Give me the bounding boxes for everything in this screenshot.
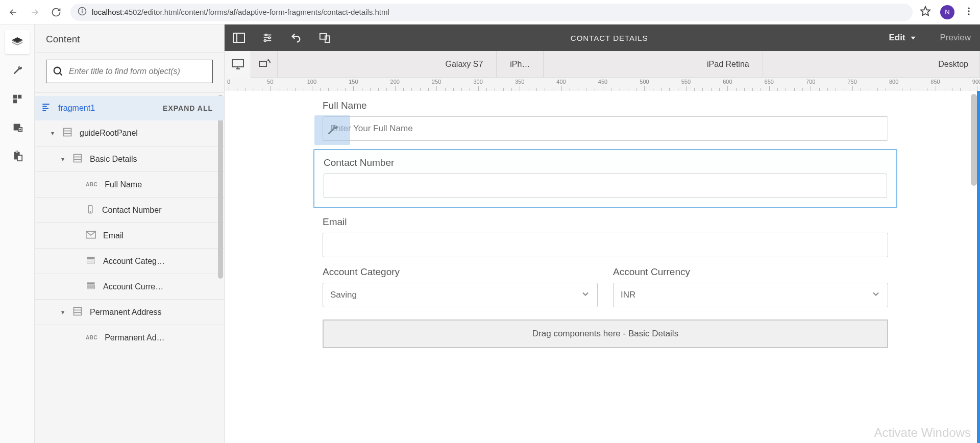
fragment-icon [41,102,51,114]
rotate-device-icon[interactable] [251,51,278,78]
svg-rect-40 [87,287,95,289]
field-email[interactable]: Email [323,216,888,257]
field-contact-number-selected[interactable]: Contact Number [313,149,897,208]
svg-point-51 [264,40,266,42]
emulator-icon[interactable] [310,24,339,51]
sliders-icon[interactable] [253,24,282,51]
field-account-category[interactable]: Account Category [323,266,598,307]
device-ipad[interactable]: iPad Retina [544,51,763,77]
star-icon[interactable] [920,6,931,19]
svg-marker-3 [921,6,930,15]
dropdown-icon [86,255,96,267]
svg-line-21 [60,73,62,76]
windows-watermark: Activate Windows [874,426,971,440]
tree-account-currency[interactable]: Account Curre… [35,274,224,299]
forward-button[interactable] [28,5,42,19]
browser-bar: localhost:4502/editor.html/content/forms… [0,0,980,24]
canvas-scrollbar[interactable] [971,94,977,186]
dropzone-basic-details[interactable]: Drag components here - Basic Details [323,319,888,348]
mode-edit-dropdown[interactable]: Edit [879,24,930,51]
svg-point-20 [54,67,61,74]
expand-all-button[interactable]: EXPAND ALL [163,104,213,112]
tree-label: Permanent Address [90,308,162,317]
site-info-icon[interactable] [78,7,87,17]
account-category-label: Account Category [323,266,598,278]
svg-rect-10 [13,95,16,99]
tree-full-name[interactable]: ABC Full Name [35,171,224,197]
search-icon [53,66,64,77]
email-input[interactable] [323,233,888,257]
url-text: localhost:4502/editor.html/content/forms… [92,8,389,16]
svg-rect-26 [64,129,71,136]
tree-label: guideRootPanel [80,129,138,138]
svg-rect-36 [87,260,95,261]
rail-paste-icon[interactable] [5,144,30,168]
component-config-overlay[interactable] [314,115,350,145]
url-bar[interactable]: localhost:4502/editor.html/content/forms… [70,4,913,21]
svg-point-33 [90,211,91,212]
account-currency-select[interactable] [613,283,888,307]
undo-icon[interactable] [282,24,310,51]
chevron-down-icon[interactable]: ▾ [58,309,67,316]
tree-email[interactable]: Email [35,223,224,248]
mode-preview[interactable]: Preview [931,24,980,51]
reload-button[interactable] [49,5,63,19]
tree-label: Account Curre… [103,282,163,291]
rail-content-icon[interactable] [5,30,30,54]
tree-account-category[interactable]: Account Categ… [35,248,224,274]
tree-label: Email [103,231,124,240]
sidebar-title: Content [35,24,224,53]
tree-basic-details[interactable]: ▾ Basic Details [35,146,224,171]
editor-main: CONTACT DETAILS Edit Preview Galaxy S7 i… [225,24,980,443]
tree-contact-number[interactable]: Contact Number [35,197,224,223]
device-iphone[interactable]: iPh… [497,51,544,77]
panel-icon [72,153,83,165]
svg-rect-38 [87,282,95,284]
full-name-input[interactable] [323,116,888,141]
account-category-select[interactable] [323,283,598,307]
svg-rect-55 [232,60,243,67]
tree-scrollbar[interactable] [218,95,223,279]
svg-rect-11 [17,95,21,99]
desktop-device-icon[interactable] [225,51,251,78]
contact-number-label: Contact Number [324,157,887,168]
chevron-down-icon[interactable]: ▾ [48,130,57,137]
editor-toolbar: CONTACT DETAILS Edit Preview [225,24,980,51]
rail-assets-icon[interactable] [5,87,30,111]
ruler: 0501001502002503003504004505005506006507… [225,78,980,91]
tree-label: Contact Number [102,206,162,215]
tree-label: Account Categ… [103,257,165,266]
device-bar: Galaxy S7 iPh… iPad Retina Desktop [225,51,980,78]
canvas-right-guide [977,91,980,443]
svg-rect-18 [16,151,18,153]
tree-fragment-root[interactable]: fragment1 EXPAND ALL [35,96,224,120]
field-full-name[interactable]: Full Name [323,100,888,141]
svg-point-5 [968,10,969,12]
full-name-label: Full Name [323,100,888,111]
contact-number-input[interactable] [324,174,887,198]
svg-rect-44 [233,33,244,42]
tree-permanent-address[interactable]: ▾ Permanent Address [35,299,224,325]
svg-point-4 [968,7,969,9]
rail-wrench-icon[interactable] [5,58,30,83]
text-field-icon: ABC [86,182,97,187]
tree-guide-root[interactable]: ▾ guideRootPanel [35,120,224,146]
svg-marker-54 [911,37,915,40]
search-box[interactable] [46,60,213,83]
email-label: Email [323,216,888,228]
toggle-side-panel-icon[interactable] [225,24,253,51]
back-button[interactable] [6,5,20,19]
rail-add-icon[interactable] [5,115,30,140]
panel-icon [72,306,83,318]
account-currency-label: Account Currency [613,266,888,278]
field-account-currency[interactable]: Account Currency [613,266,888,307]
svg-rect-39 [87,285,95,287]
kebab-menu-icon[interactable] [964,6,974,18]
device-galaxy[interactable]: Galaxy S7 [278,51,497,77]
search-input[interactable] [69,67,206,76]
chevron-down-icon[interactable]: ▾ [58,156,67,163]
device-desktop[interactable]: Desktop [763,51,980,77]
tree-permanent-ad[interactable]: ABC Permanent Ad… [35,325,224,350]
profile-avatar[interactable]: N [940,5,954,19]
phone-icon [86,205,95,216]
